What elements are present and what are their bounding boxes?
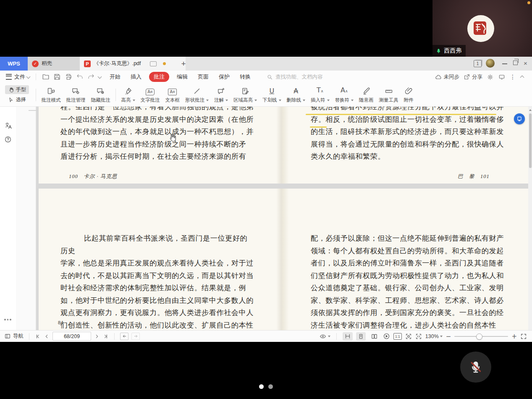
eye-protect-mode[interactable] [319,333,330,340]
sidebar-more-icon[interactable] [4,319,11,320]
two-page-view-button[interactable] [369,332,380,341]
minimize-button[interactable] [502,63,507,64]
save-icon[interactable] [53,73,61,81]
history-forward-button[interactable] [131,333,140,340]
tool-strikethrough[interactable]: A 删除线 [284,85,308,105]
hamburger-icon[interactable] [6,74,12,80]
presentation-icon [150,61,157,66]
panel-handle[interactable] [29,110,38,111]
tool-text-annotation[interactable]: A≡ 文字批注 [138,85,162,105]
tool-annotation-manage[interactable]: 批注管理 [63,85,88,105]
dot-inactive[interactable] [268,384,273,389]
tool-measure[interactable]: 测量工具 [376,85,401,105]
tool-shape-annotation[interactable]: 形状批注 [183,85,212,105]
dropdown-arrow-icon [254,100,257,101]
floating-tool-button[interactable] [514,113,525,124]
new-tab-button[interactable]: + [178,58,189,69]
slide-indicator[interactable] [259,384,273,389]
fullscreen-button[interactable] [520,333,527,340]
tool-note[interactable]: 注解 [212,85,231,105]
more-menu-icon[interactable]: ⋮ [510,74,516,80]
vertical-scrollbar[interactable] [528,107,532,330]
menu-protect[interactable]: 保护 [214,73,235,81]
single-page-view-button[interactable] [356,332,366,341]
next-page-button[interactable] [94,333,100,339]
close-button[interactable]: × [524,60,527,67]
menu-edit[interactable]: 编辑 [172,73,193,81]
feedback-icon[interactable] [498,74,506,80]
tool-area-highlight[interactable]: 区域高亮 [231,85,260,105]
select-tool[interactable]: 选择 [5,95,29,104]
search-input[interactable]: 查找功能、文档内容 [267,74,323,81]
scrollbar-thumb[interactable] [529,113,532,168]
menu-annotate-active[interactable]: 批注 [149,72,169,82]
document-title: 《卡尔·马克思》.pdf [94,60,141,67]
page-101-text: 被统治者都看不到经济资源理性分配下双方最佳利益可以并 存。相反，统治阶级试图阻止… [311,107,505,163]
prev-page-button[interactable] [44,333,50,339]
zoom-level[interactable]: 130% [425,333,443,339]
toolbar-expand-chevron-icon[interactable] [98,74,102,79]
menu-file[interactable]: 文件 [14,73,26,81]
document-area: 程。圣西门是一位思想家，有着大胆而独创的观点；是他第 一个提出经济关系的发展是历… [0,107,532,330]
tool-attachment[interactable]: 附件 [401,85,416,105]
paperclip-icon [404,86,413,95]
tool-text-box[interactable]: A≡ 文本框 [162,85,183,105]
zoom-slider[interactable] [454,336,508,337]
help-icon[interactable] [3,134,13,144]
collapse-ribbon-icon[interactable] [520,75,524,79]
page-number-input[interactable]: 68/209 [52,332,91,341]
dropdown-arrow-icon [133,100,135,101]
dropdown-arrow-icon [328,336,330,337]
share-icon [464,74,470,80]
tab-document[interactable]: P 《卡尔·马克思》.pdf [80,57,186,71]
tool-insert-caret[interactable]: T∧ 插入符 [308,85,333,105]
pdf-page-spread-top[interactable]: 程。圣西门是一位思想家，有着大胆而独创的观点；是他第 一个提出经济关系的发展是历… [39,107,528,184]
tool-highlight[interactable]: 高亮 [118,85,138,105]
navigation-toggle[interactable]: 导航 [4,333,24,340]
sync-status[interactable]: 未同步 [435,74,460,81]
fit-page-button[interactable] [405,333,412,340]
hand-tool[interactable]: 手型 [5,85,29,94]
scroll-up-icon[interactable] [529,109,532,111]
dropdown-arrow-icon [351,100,354,101]
menu-page[interactable]: 页面 [193,73,214,81]
menu-start[interactable]: 开始 [105,73,126,81]
menu-convert[interactable]: 转换 [235,73,256,81]
translate-icon[interactable] [3,121,13,131]
settings-gear-icon[interactable] [487,74,494,81]
dot-active[interactable] [259,384,264,389]
wps-home-button[interactable]: WPS [0,57,28,71]
fit-visible-button[interactable] [415,333,422,340]
docer-icon: ✓ [32,60,39,67]
share-button[interactable]: 分享 [464,74,482,81]
window-count-badge[interactable]: 1 [474,60,482,67]
restore-button[interactable] [513,60,518,65]
history-back-button[interactable] [120,333,128,340]
open-folder-icon[interactable] [42,73,50,81]
account-avatar[interactable] [486,59,495,68]
tab-docer[interactable]: ✓ 稻壳 [28,57,81,71]
fit-width-button[interactable] [343,332,353,341]
autoplay-button[interactable] [383,333,390,340]
microphone-muted-button[interactable] [460,352,491,383]
tool-replace-mark[interactable]: A∧ 替换符 [332,85,356,105]
zoom-out-button[interactable]: − [446,333,451,340]
menu-insert[interactable]: 插入 [126,73,147,81]
last-page-button[interactable] [103,333,109,339]
print-icon[interactable] [65,73,72,81]
tool-hide-annotations[interactable]: 隐藏批注 [88,85,113,105]
actual-size-button[interactable]: 1:1 [393,333,402,340]
first-page-button[interactable] [35,333,41,339]
undo-icon[interactable] [76,73,84,81]
pdf-page-spread-bottom[interactable]: 比起其前辈百科全书派来说，圣西门是一位更好的历史 学家，他总是采用真正发展的观点… [39,189,528,330]
tool-underline[interactable]: U 下划线 [260,85,284,105]
tool-free-draw[interactable]: 随意画 [356,85,377,105]
dropdown-arrow-icon [303,100,305,101]
pdf-file-icon: P [84,60,91,67]
tool-annotation-mode[interactable]: 批注模式 [39,85,63,105]
hand-cursor [168,133,177,142]
redo-icon[interactable] [87,73,95,81]
text-box-icon: A≡ [168,86,177,95]
zoom-in-button[interactable]: + [511,333,517,340]
zoom-slider-knob[interactable] [476,333,482,340]
